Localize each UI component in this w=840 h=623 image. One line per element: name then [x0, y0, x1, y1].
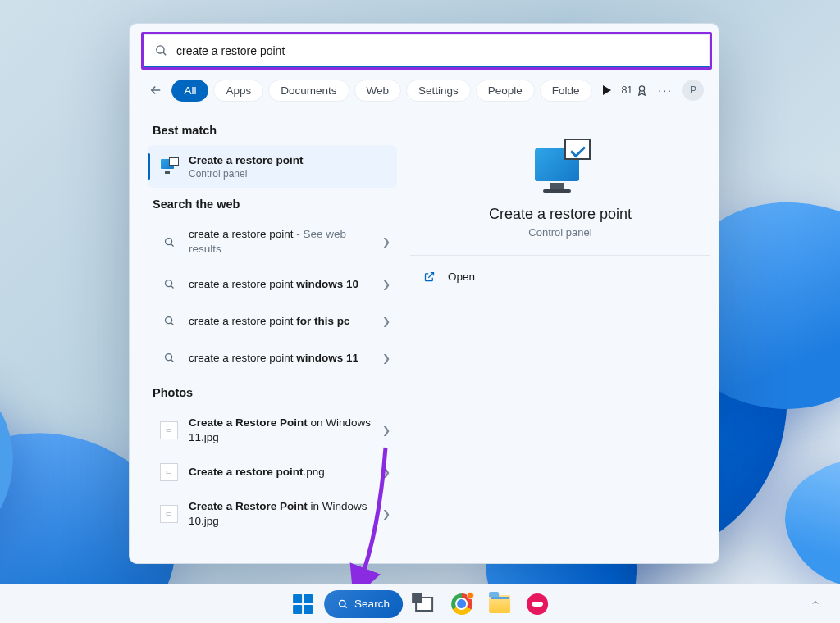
start-button[interactable] — [286, 588, 319, 621]
filter-people[interactable]: People — [476, 80, 535, 102]
result-title: create a restore point windows 10 — [189, 277, 377, 292]
search-icon — [154, 43, 168, 57]
photo-result[interactable]: ▭ Create a Restore Point on Windows 11.j… — [148, 407, 397, 453]
svg-line-1 — [163, 52, 166, 55]
restore-point-large-icon — [530, 139, 591, 193]
svg-point-8 — [165, 317, 171, 324]
chevron-right-icon: ❯ — [382, 508, 390, 520]
results-column: Best match Create a restore point Contro… — [136, 109, 400, 539]
svg-line-13 — [345, 606, 347, 608]
preview-title: Create a restore point — [418, 206, 702, 223]
svg-point-6 — [165, 280, 171, 287]
taskbar: Search — [0, 584, 840, 623]
chevron-right-icon: ❯ — [382, 425, 390, 436]
photo-result[interactable]: ▭ Create a Restore Point in Windows 10.j… — [148, 491, 397, 537]
task-view-button[interactable] — [408, 588, 441, 621]
image-thumb-icon: ▭ — [159, 421, 179, 440]
svg-line-11 — [171, 360, 173, 362]
filter-row: All Apps Documents Web Settings People F… — [130, 70, 719, 109]
filter-more[interactable] — [597, 85, 617, 95]
web-result[interactable]: create a restore point windows 11 ❯ — [148, 340, 397, 376]
section-photos: Photos — [153, 386, 397, 399]
open-label: Open — [448, 271, 475, 283]
web-result[interactable]: create a restore point windows 10 ❯ — [148, 266, 397, 302]
result-title: Create a Restore Point in Windows 10.jpg — [189, 499, 377, 529]
result-title: Create a Restore Point on Windows 11.jpg — [189, 416, 377, 445]
svg-point-4 — [165, 238, 171, 244]
play-icon — [603, 85, 611, 95]
chrome-button[interactable] — [445, 588, 478, 621]
search-icon — [159, 232, 179, 252]
tray-overflow-button[interactable] — [802, 593, 829, 615]
chevron-right-icon: ❯ — [382, 466, 390, 478]
back-button[interactable] — [144, 78, 167, 102]
result-title: create a restore point windows 11 — [189, 351, 377, 366]
search-icon — [159, 275, 179, 294]
filter-all[interactable]: All — [171, 80, 208, 102]
preview-column: Create a restore point Control panel Ope… — [400, 109, 712, 539]
task-view-icon — [415, 597, 433, 612]
app-button[interactable] — [521, 588, 554, 621]
search-icon — [159, 312, 179, 331]
chevron-up-icon — [810, 598, 820, 607]
taskbar-search-label: Search — [354, 598, 390, 610]
section-best-match: Best match — [153, 124, 397, 137]
search-icon — [337, 598, 349, 610]
svg-point-10 — [165, 354, 171, 361]
user-avatar[interactable]: P — [682, 80, 704, 101]
chevron-right-icon: ❯ — [382, 236, 390, 248]
section-search-web: Search the web — [153, 198, 397, 211]
result-title: create a restore point for this pc — [189, 314, 377, 329]
photo-result[interactable]: ▭ Create a restore point.png ❯ — [148, 454, 397, 490]
result-title: create a restore point - See web results — [189, 227, 377, 257]
search-input[interactable] — [176, 44, 699, 57]
result-title: Create a restore point — [189, 153, 390, 168]
app-icon — [527, 593, 548, 615]
result-best-match[interactable]: Create a restore point Control panel — [148, 145, 397, 188]
open-action[interactable]: Open — [418, 261, 702, 292]
svg-point-0 — [157, 46, 164, 53]
web-result[interactable]: create a restore point - See web results… — [148, 219, 397, 265]
web-result[interactable]: create a restore point for this pc ❯ — [148, 303, 397, 339]
file-explorer-icon — [489, 595, 510, 613]
svg-point-3 — [640, 85, 645, 90]
image-thumb-icon: ▭ — [159, 504, 179, 524]
search-highlight — [141, 32, 712, 70]
chevron-right-icon: ❯ — [382, 352, 390, 364]
medal-icon — [636, 84, 648, 97]
filter-documents[interactable]: Documents — [268, 80, 349, 102]
rewards-points: 81 — [621, 84, 632, 96]
divider — [410, 255, 710, 256]
svg-point-12 — [339, 600, 345, 607]
chevron-right-icon: ❯ — [382, 316, 390, 327]
search-icon — [159, 348, 179, 368]
filter-apps[interactable]: Apps — [213, 80, 263, 102]
search-bar[interactable] — [144, 34, 710, 67]
svg-line-7 — [171, 286, 173, 289]
arrow-left-icon — [148, 83, 163, 98]
filter-folders[interactable]: Folde — [540, 80, 592, 102]
filter-web[interactable]: Web — [354, 80, 402, 102]
result-title: Create a restore point.png — [189, 465, 377, 480]
svg-line-5 — [171, 244, 173, 247]
open-icon — [422, 269, 436, 284]
chevron-right-icon: ❯ — [382, 279, 390, 290]
taskbar-search-button[interactable]: Search — [324, 590, 403, 618]
explorer-button[interactable] — [483, 588, 516, 621]
filter-settings[interactable]: Settings — [406, 80, 471, 102]
svg-line-9 — [171, 323, 173, 325]
result-subtitle: Control panel — [189, 168, 390, 180]
windows-icon — [293, 594, 313, 614]
rewards-badge[interactable]: 81 — [621, 84, 648, 97]
restore-point-icon — [159, 157, 179, 176]
preview-subtitle: Control panel — [418, 226, 702, 239]
search-panel: All Apps Documents Web Settings People F… — [129, 23, 719, 564]
image-thumb-icon: ▭ — [159, 462, 179, 482]
chrome-icon — [451, 593, 472, 615]
more-options[interactable]: ··· — [658, 84, 673, 97]
